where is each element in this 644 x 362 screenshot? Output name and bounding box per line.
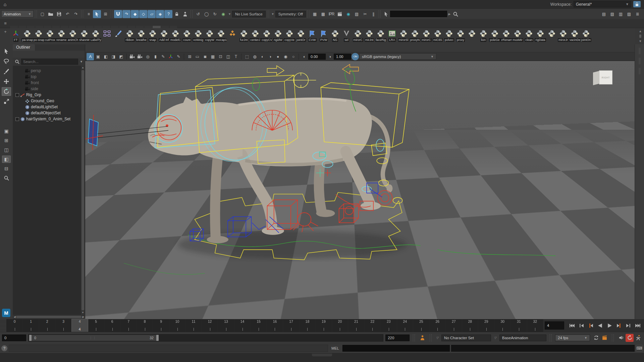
hypergraph-pane-layout-button[interactable]: ⊟: [2, 165, 11, 172]
maya-badge[interactable]: M: [2, 309, 10, 317]
shelf-item[interactable]: musMir: [512, 29, 523, 42]
shelf-tab[interactable]: [10, 26, 18, 28]
exposure-field[interactable]: 0.00: [308, 54, 326, 60]
shelf-item[interactable]: centerJ: [250, 29, 261, 42]
timeline-frame[interactable]: 4 4: [72, 319, 88, 332]
lasso-select-tool[interactable]: [2, 57, 11, 66]
shelf-tab[interactable]: [153, 26, 161, 28]
timeline-frame[interactable]: 29: [478, 319, 494, 332]
shelf-tab[interactable]: [69, 26, 77, 28]
paint-select-tool[interactable]: [2, 67, 11, 76]
step-forward-key-button[interactable]: [624, 321, 633, 330]
group-handle[interactable]: [35, 10, 37, 18]
timeline-frame[interactable]: 21: [348, 319, 364, 332]
shelf-tab[interactable]: [161, 26, 169, 28]
outliner-pane-layout-button[interactable]: ◧: [2, 156, 11, 163]
command-language-toggle[interactable]: MEL: [329, 346, 341, 350]
shelf-item[interactable]: [466, 29, 478, 38]
safe-action-icon[interactable]: ◫: [224, 53, 232, 60]
toggle-modeling-toolkit-icon[interactable]: ▤: [600, 10, 608, 18]
shelf-item[interactable]: mocap1: [215, 29, 227, 42]
shelf-tab[interactable]: [44, 26, 52, 28]
quick-select-input[interactable]: [390, 11, 447, 17]
shelf-item[interactable]: modelC: [170, 29, 181, 42]
render-sequence-icon[interactable]: [600, 334, 608, 342]
shelf-item[interactable]: rigData: [535, 29, 546, 42]
shelf-item[interactable]: mirorSl: [398, 29, 409, 42]
fps-selector[interactable]: 24 fps▼: [555, 335, 590, 341]
shelf-item[interactable]: LabelTy: [90, 29, 101, 42]
timeline-frame[interactable]: 18: [300, 319, 316, 332]
group-handle[interactable]: [191, 10, 193, 18]
shelf-item[interactable]: jointOn: [580, 29, 592, 42]
timeline-frame[interactable]: 9: [153, 319, 169, 332]
camera-attributes-icon[interactable]: ◎: [144, 53, 151, 60]
timeline-frame[interactable]: 30: [495, 319, 511, 332]
auto-key-icon[interactable]: [634, 334, 642, 342]
outliner-item[interactable]: persp: [14, 68, 80, 74]
outliner-item[interactable]: hairSystem_0_Anim_Set: [14, 116, 80, 122]
snap-curve-icon[interactable]: ↷: [122, 10, 130, 18]
select-by-name-icon[interactable]: [382, 10, 390, 18]
shelf-scroll[interactable]: ▲▼: [638, 29, 643, 43]
undo-icon[interactable]: ↶: [63, 10, 71, 18]
shelf-item[interactable]: faceRig: [375, 29, 386, 42]
paint-skin-weights-shelf-icon[interactable]: [113, 29, 124, 38]
group-handle[interactable]: [307, 10, 309, 18]
playback-range-bar[interactable]: 0 ⋮⋮ 32: [29, 335, 159, 341]
shelf-tab[interactable]: [144, 26, 153, 28]
timeline-frame[interactable]: 32: [527, 319, 543, 332]
timeline-frame[interactable]: 27: [446, 319, 462, 332]
expand-icon[interactable]: [15, 93, 19, 97]
image-plane-icon[interactable]: ✎: [159, 53, 167, 60]
timeline-frame[interactable]: 6: [104, 319, 120, 332]
outliner-search-input[interactable]: [21, 59, 78, 65]
search-icon[interactable]: [451, 10, 460, 18]
shelf-tab[interactable]: [127, 26, 136, 28]
workspace-lock-icon[interactable]: [633, 1, 641, 7]
colorspace-selector[interactable]: sRGB gamma (legacy)▼: [359, 53, 436, 60]
outliner-item[interactable]: side: [14, 86, 80, 92]
shelf-tab[interactable]: [18, 26, 27, 28]
gate-mask-icon[interactable]: ▦: [209, 53, 216, 60]
xray-icon[interactable]: ◍: [251, 53, 258, 60]
shelf-item[interactable]: ribbon: [124, 29, 136, 42]
mute-audio-icon[interactable]: [617, 334, 625, 342]
shelf-item[interactable]: proxyN: [409, 29, 421, 42]
shelf-item[interactable]: snap: [147, 29, 158, 42]
view-transform-icon[interactable]: ON: [352, 53, 359, 60]
shelf-item[interactable]: rigidW: [272, 29, 284, 42]
shelf-item[interactable]: CVW: [307, 29, 318, 42]
timeline-frame[interactable]: 31: [511, 319, 527, 332]
shelf-tab[interactable]: [86, 26, 94, 28]
group-handle[interactable]: [413, 334, 415, 342]
scroll-up-icon[interactable]: ▲: [639, 29, 642, 33]
timeline-frame[interactable]: 17: [283, 319, 299, 332]
select-tool[interactable]: [2, 47, 11, 56]
lock-selection-icon[interactable]: [173, 10, 181, 18]
character-set-selector[interactable]: No Character Set: [441, 335, 491, 341]
render-settings-icon[interactable]: ▧: [353, 10, 361, 18]
highlight-affected-icon[interactable]: [181, 10, 189, 18]
outliner-item[interactable]: front: [14, 80, 80, 86]
shadows-icon[interactable]: ◑: [266, 53, 274, 60]
step-back-frame-button[interactable]: [586, 321, 595, 330]
outliner-vertical-scrollbar[interactable]: ▲▼: [81, 66, 85, 315]
playback-loop-icon[interactable]: [592, 334, 600, 342]
shelf-tab[interactable]: [102, 26, 111, 28]
bounding-box-icon[interactable]: ▣: [94, 53, 102, 60]
record-icon[interactable]: [626, 334, 634, 342]
timeline-handle[interactable]: [0, 319, 7, 332]
toggle-channel-box-icon[interactable]: ▥: [616, 10, 625, 18]
shelf-item[interactable]: lion: [478, 29, 489, 42]
material-icon[interactable]: ◩: [117, 53, 125, 60]
go-to-start-button[interactable]: [568, 321, 576, 330]
symmetry-field[interactable]: Symmetry: Off: [275, 11, 306, 17]
snap-view-plane-icon[interactable]: ▱: [148, 10, 156, 18]
outliner-item[interactable]: Ground_Geo: [14, 98, 80, 104]
timeline-frame[interactable]: 20: [332, 319, 348, 332]
multisample-icon[interactable]: ○: [289, 53, 297, 60]
shelf-item[interactable]: po-snap: [33, 29, 44, 42]
shelf-item[interactable]: mirorC: [352, 29, 364, 42]
chevron-down-icon[interactable]: ▼: [80, 60, 83, 63]
